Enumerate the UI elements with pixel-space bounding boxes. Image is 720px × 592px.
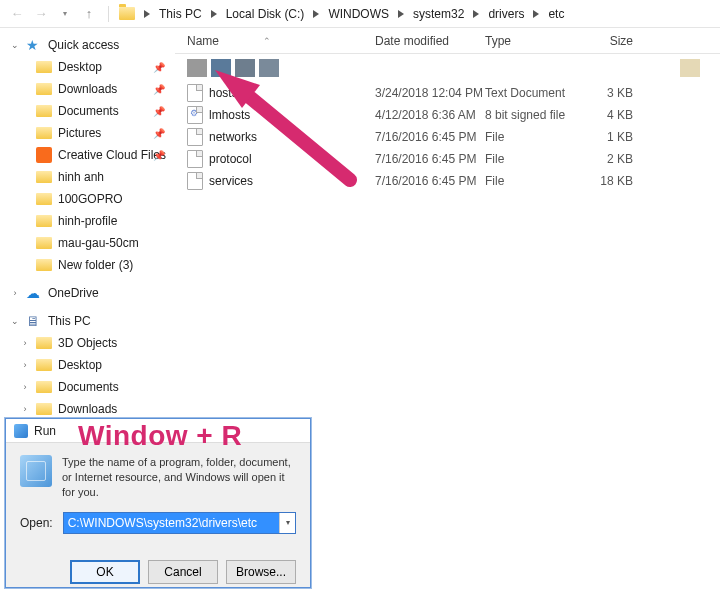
chevron-right-icon[interactable] xyxy=(310,8,322,20)
chevron-right-icon[interactable]: › xyxy=(10,288,20,298)
file-row[interactable]: hosts3/24/2018 12:04 PMText Document3 KB xyxy=(175,82,720,104)
file-row[interactable]: protocol7/16/2016 6:45 PMFile2 KB xyxy=(175,148,720,170)
sidebar-item[interactable]: ›Documents xyxy=(0,376,175,398)
sidebar-item[interactable]: Desktop📌 xyxy=(0,56,175,78)
folder-icon xyxy=(36,83,52,95)
breadcrumb[interactable]: This PC Local Disk (C:) WINDOWS system32… xyxy=(141,5,712,23)
file-list: Name⌃ Date modified Type Size hosts3/24/… xyxy=(175,28,720,418)
forward-button[interactable]: → xyxy=(32,5,50,23)
label: 100GOPRO xyxy=(58,192,123,206)
run-input-wrap[interactable]: ▾ xyxy=(63,512,296,534)
back-button[interactable]: ← xyxy=(8,5,26,23)
chevron-down-icon[interactable]: ⌄ xyxy=(10,316,20,326)
run-description: Type the name of a program, folder, docu… xyxy=(62,455,296,500)
folder-icon xyxy=(36,215,52,227)
file-type: File xyxy=(485,130,585,144)
file-type: 8 bit signed file xyxy=(485,108,585,122)
cloud-icon: ☁ xyxy=(26,285,42,301)
label: This PC xyxy=(48,314,91,328)
thumbnail-row xyxy=(175,54,720,82)
recent-drop-icon[interactable]: ▾ xyxy=(56,5,74,23)
sidebar-item[interactable]: ›Downloads xyxy=(0,398,175,418)
folder-icon xyxy=(36,171,52,183)
label: Desktop xyxy=(58,60,102,74)
chevron-down-icon[interactable]: ⌄ xyxy=(10,40,20,50)
sidebar-item[interactable]: Pictures📌 xyxy=(0,122,175,144)
up-button[interactable]: ↑ xyxy=(80,5,98,23)
monitor-icon: 🖥 xyxy=(26,313,42,329)
crumb[interactable]: drivers xyxy=(484,5,528,23)
col-type[interactable]: Type xyxy=(485,34,585,48)
sidebar-onedrive[interactable]: › ☁ OneDrive xyxy=(0,282,175,304)
cancel-button[interactable]: Cancel xyxy=(148,560,218,584)
crumb[interactable]: WINDOWS xyxy=(324,5,393,23)
sidebar-quick-access[interactable]: ⌄ ★ Quick access xyxy=(0,34,175,56)
label: Documents xyxy=(58,104,119,118)
col-size[interactable]: Size xyxy=(585,34,645,48)
run-title-text: Run xyxy=(34,424,56,438)
star-icon: ★ xyxy=(26,37,42,53)
sidebar-item[interactable]: Creative Cloud Files📌 xyxy=(0,144,175,166)
sidebar-item[interactable]: hinh anh xyxy=(0,166,175,188)
file-size: 4 KB xyxy=(585,108,645,122)
folder-icon xyxy=(119,7,135,20)
pin-icon: 📌 xyxy=(153,128,165,139)
crumb[interactable]: Local Disk (C:) xyxy=(222,5,309,23)
file-size: 2 KB xyxy=(585,152,645,166)
sidebar-item[interactable]: New folder (3) xyxy=(0,254,175,276)
file-name: protocol xyxy=(209,152,252,166)
file-row[interactable]: services7/16/2016 6:45 PMFile18 KB xyxy=(175,170,720,192)
label: 3D Objects xyxy=(58,336,117,350)
sidebar-item[interactable]: ›3D Objects xyxy=(0,332,175,354)
chevron-right-icon[interactable] xyxy=(141,8,153,20)
browse-button[interactable]: Browse... xyxy=(226,560,296,584)
label: hinh anh xyxy=(58,170,104,184)
thumb xyxy=(187,59,207,77)
creative-cloud-icon xyxy=(36,147,52,163)
chevron-right-icon[interactable]: › xyxy=(20,360,30,370)
crumb[interactable]: This PC xyxy=(155,5,206,23)
sidebar-this-pc[interactable]: ⌄ 🖥 This PC xyxy=(0,310,175,332)
chevron-right-icon[interactable] xyxy=(530,8,542,20)
thumb xyxy=(680,59,700,77)
chevron-right-icon[interactable]: › xyxy=(20,404,30,414)
sidebar-item[interactable]: hinh-profile xyxy=(0,210,175,232)
file-icon xyxy=(187,84,203,102)
sidebar-item[interactable]: 100GOPRO xyxy=(0,188,175,210)
column-headers[interactable]: Name⌃ Date modified Type Size xyxy=(175,28,720,54)
dropdown-icon[interactable]: ▾ xyxy=(279,513,295,533)
sidebar-item[interactable]: ›Desktop xyxy=(0,354,175,376)
file-size: 18 KB xyxy=(585,174,645,188)
folder-icon xyxy=(36,237,52,249)
run-icon xyxy=(14,424,28,438)
folder-icon xyxy=(36,381,52,393)
file-size: 3 KB xyxy=(585,86,645,100)
file-icon xyxy=(187,128,203,146)
file-icon xyxy=(187,106,203,124)
crumb[interactable]: system32 xyxy=(409,5,468,23)
file-row[interactable]: lmhosts4/12/2018 6:36 AM8 bit signed fil… xyxy=(175,104,720,126)
file-date: 7/16/2016 6:45 PM xyxy=(375,152,485,166)
file-date: 4/12/2018 6:36 AM xyxy=(375,108,485,122)
thumb xyxy=(235,59,255,77)
run-input[interactable] xyxy=(64,513,279,533)
chevron-right-icon[interactable] xyxy=(470,8,482,20)
file-name: lmhosts xyxy=(209,108,250,122)
sidebar-item[interactable]: Downloads📌 xyxy=(0,78,175,100)
col-date[interactable]: Date modified xyxy=(375,34,485,48)
file-row[interactable]: networks7/16/2016 6:45 PMFile1 KB xyxy=(175,126,720,148)
col-name[interactable]: Name xyxy=(187,34,219,48)
label: Downloads xyxy=(58,82,117,96)
ok-button[interactable]: OK xyxy=(70,560,140,584)
chevron-right-icon[interactable] xyxy=(395,8,407,20)
label: mau-gau-50cm xyxy=(58,236,139,250)
sidebar-item[interactable]: mau-gau-50cm xyxy=(0,232,175,254)
sidebar-item[interactable]: Documents📌 xyxy=(0,100,175,122)
chevron-right-icon[interactable]: › xyxy=(20,338,30,348)
pin-icon: 📌 xyxy=(153,106,165,117)
sort-asc-icon: ⌃ xyxy=(263,36,271,46)
chevron-right-icon[interactable]: › xyxy=(20,382,30,392)
crumb[interactable]: etc xyxy=(544,5,568,23)
chevron-right-icon[interactable] xyxy=(208,8,220,20)
pin-icon: 📌 xyxy=(153,84,165,95)
